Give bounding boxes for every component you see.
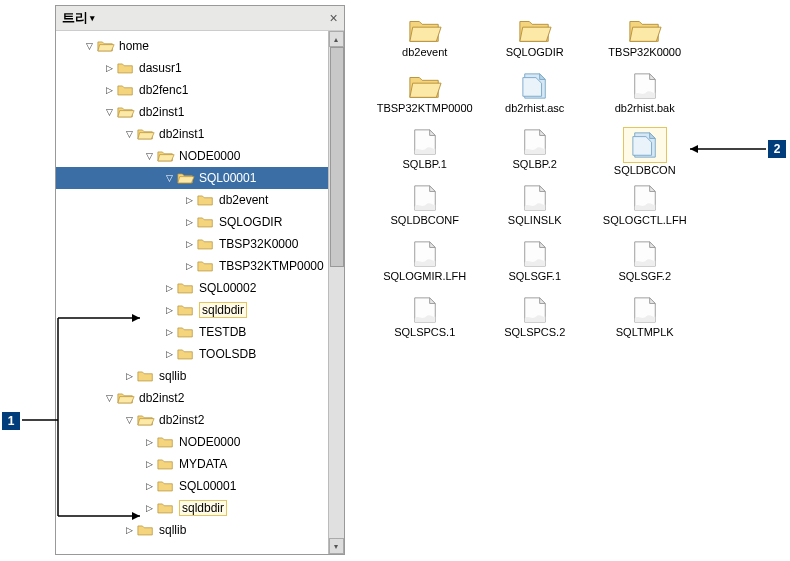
tree-node[interactable]: ▽SQL00001 bbox=[56, 167, 328, 189]
file-item[interactable]: SQLSPCS.2 bbox=[480, 295, 590, 351]
expander-icon[interactable]: ▽ bbox=[104, 107, 115, 117]
callout-2: 2 bbox=[768, 140, 786, 158]
tree-node[interactable]: ▷NODE0000 bbox=[56, 431, 328, 453]
file-item[interactable]: SQLOGCTL.LFH bbox=[590, 183, 700, 239]
expander-icon[interactable]: ▷ bbox=[184, 239, 195, 249]
tree-node[interactable]: ▷SQL00001 bbox=[56, 475, 328, 497]
expander-icon[interactable]: ▷ bbox=[144, 437, 155, 447]
expander-icon[interactable]: ▽ bbox=[164, 173, 175, 183]
file-icon bbox=[407, 183, 443, 213]
tree-node[interactable]: ▷TOOLSDB bbox=[56, 343, 328, 365]
file-item[interactable]: db2event bbox=[370, 15, 480, 71]
callout-number: 1 bbox=[2, 412, 20, 430]
expander-icon[interactable]: ▽ bbox=[124, 129, 135, 139]
folder-open-icon bbox=[137, 413, 155, 428]
tree-node[interactable]: ▷SQLOGDIR bbox=[56, 211, 328, 233]
folder-closed-icon bbox=[177, 325, 195, 340]
tree-node[interactable]: ▷TBSP32KTMP0000 bbox=[56, 255, 328, 277]
tree-node[interactable]: ▷dasusr1 bbox=[56, 57, 328, 79]
expander-icon[interactable]: ▽ bbox=[144, 151, 155, 161]
file-item[interactable]: SQLSGF.2 bbox=[590, 239, 700, 295]
scrollbar[interactable]: ▴ ▾ bbox=[328, 31, 344, 554]
file-label: SQLDBCON bbox=[614, 164, 676, 176]
file-label: TBSP32KTMP0000 bbox=[377, 102, 473, 114]
tree-node[interactable]: ▷sqldbdir bbox=[56, 299, 328, 321]
folder-open-icon bbox=[97, 39, 115, 54]
tree-node[interactable]: ▷MYDATA bbox=[56, 453, 328, 475]
scroll-down-button[interactable]: ▾ bbox=[329, 538, 344, 554]
file-item[interactable]: db2rhist.asc bbox=[480, 71, 590, 127]
expander-icon[interactable]: ▷ bbox=[104, 85, 115, 95]
tree-title[interactable]: 트리 ▾ bbox=[62, 9, 95, 27]
file-item[interactable]: SQLOGDIR bbox=[480, 15, 590, 71]
tree-node[interactable]: ▽db2inst1 bbox=[56, 101, 328, 123]
tree-node[interactable]: ▷db2fenc1 bbox=[56, 79, 328, 101]
tree-node-label: TOOLSDB bbox=[199, 347, 256, 361]
file-item[interactable]: SQLBP.1 bbox=[370, 127, 480, 183]
file-icon bbox=[517, 183, 553, 213]
folder-closed-icon bbox=[177, 281, 195, 296]
close-icon[interactable]: × bbox=[330, 10, 338, 26]
expander-icon[interactable]: ▷ bbox=[184, 261, 195, 271]
scroll-up-button[interactable]: ▴ bbox=[329, 31, 344, 47]
file-item[interactable]: SQLSPCS.1 bbox=[370, 295, 480, 351]
tree-node[interactable]: ▷db2event bbox=[56, 189, 328, 211]
file-icon bbox=[407, 295, 443, 325]
scroll-thumb[interactable] bbox=[330, 47, 344, 267]
file-icon bbox=[407, 239, 443, 269]
tree-node[interactable]: ▽db2inst1 bbox=[56, 123, 328, 145]
file-item[interactable]: SQLTMPLK bbox=[590, 295, 700, 351]
expander-icon[interactable]: ▷ bbox=[164, 349, 175, 359]
tree-node-label: TESTDB bbox=[199, 325, 246, 339]
tree-node[interactable]: ▷TBSP32K0000 bbox=[56, 233, 328, 255]
file-grid: db2eventSQLOGDIRTBSP32K0000TBSP32KTMP000… bbox=[345, 5, 700, 555]
folder-icon bbox=[627, 15, 663, 45]
file-item[interactable]: SQLDBCONF bbox=[370, 183, 480, 239]
expander-icon[interactable]: ▷ bbox=[184, 195, 195, 205]
tree-node[interactable]: ▷TESTDB bbox=[56, 321, 328, 343]
folder-closed-icon bbox=[117, 61, 135, 76]
expander-icon[interactable]: ▷ bbox=[124, 371, 135, 381]
expander-icon[interactable]: ▷ bbox=[144, 459, 155, 469]
folder-icon bbox=[407, 71, 443, 101]
tree-node[interactable]: ▽db2inst2 bbox=[56, 409, 328, 431]
tree-node[interactable]: ▷sqllib bbox=[56, 365, 328, 387]
tree-content: ▽home▷dasusr1▷db2fenc1▽db2inst1▽db2inst1… bbox=[56, 31, 328, 554]
folder-closed-icon bbox=[137, 523, 155, 538]
file-item[interactable]: SQLBP.2 bbox=[480, 127, 590, 183]
tree-node[interactable]: ▽home bbox=[56, 35, 328, 57]
expander-icon[interactable]: ▷ bbox=[144, 481, 155, 491]
expander-icon[interactable]: ▷ bbox=[184, 217, 195, 227]
file-item[interactable]: db2rhist.bak bbox=[590, 71, 700, 127]
file-label: SQLINSLK bbox=[508, 214, 562, 226]
file-item[interactable]: TBSP32K0000 bbox=[590, 15, 700, 71]
tree-node[interactable]: ▽db2inst2 bbox=[56, 387, 328, 409]
expander-icon[interactable]: ▽ bbox=[124, 415, 135, 425]
file-item[interactable]: SQLSGF.1 bbox=[480, 239, 590, 295]
tree-node[interactable]: ▽NODE0000 bbox=[56, 145, 328, 167]
folder-icon bbox=[517, 15, 553, 45]
file-item[interactable]: TBSP32KTMP0000 bbox=[370, 71, 480, 127]
expander-icon[interactable]: ▷ bbox=[124, 525, 135, 535]
expander-icon[interactable]: ▷ bbox=[144, 503, 155, 513]
file-icon bbox=[627, 295, 663, 325]
tree-node-label: dasusr1 bbox=[139, 61, 182, 75]
expander-icon[interactable]: ▽ bbox=[84, 41, 95, 51]
tree-node[interactable]: ▷sqllib bbox=[56, 519, 328, 541]
file-item[interactable]: SQLINSLK bbox=[480, 183, 590, 239]
expander-icon[interactable]: ▷ bbox=[164, 327, 175, 337]
file-item[interactable]: SQLDBCON bbox=[590, 127, 700, 183]
file-label: SQLOGMIR.LFH bbox=[383, 270, 466, 282]
expander-icon[interactable]: ▷ bbox=[164, 305, 175, 315]
expander-icon[interactable]: ▽ bbox=[104, 393, 115, 403]
tree-node-label: NODE0000 bbox=[179, 149, 240, 163]
folder-closed-icon bbox=[157, 435, 175, 450]
tree-node[interactable]: ▷sqldbdir bbox=[56, 497, 328, 519]
callout-number: 2 bbox=[768, 140, 786, 158]
dropdown-icon: ▾ bbox=[90, 13, 95, 23]
expander-icon[interactable]: ▷ bbox=[164, 283, 175, 293]
folder-closed-icon bbox=[177, 303, 195, 318]
tree-node[interactable]: ▷SQL00002 bbox=[56, 277, 328, 299]
expander-icon[interactable]: ▷ bbox=[104, 63, 115, 73]
file-item[interactable]: SQLOGMIR.LFH bbox=[370, 239, 480, 295]
